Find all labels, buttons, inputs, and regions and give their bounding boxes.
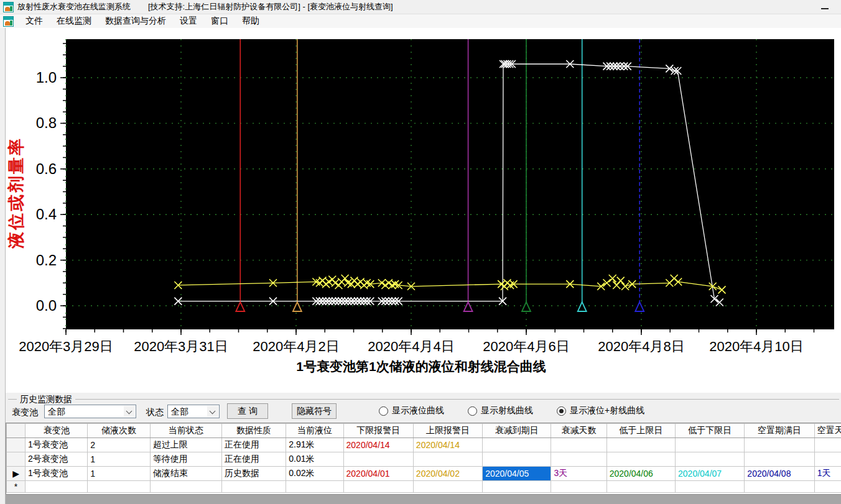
menu-item[interactable]: 设置	[173, 14, 204, 28]
table-cell[interactable]: 1天	[814, 467, 841, 481]
curve-display-radio[interactable]: 显示液位曲线	[379, 405, 444, 416]
status-filter-value: 全部	[171, 406, 188, 418]
column-header[interactable]: 空置天数	[814, 424, 841, 438]
table-cell[interactable]: 2020/04/02	[413, 467, 482, 481]
chevron-down-icon[interactable]	[124, 406, 135, 417]
table-wrap: 衰变池储液次数当前状态数据性质当前液位下限报警日上限报警日衰减到期日衰减天数低于…	[6, 423, 841, 495]
selected-table-cell[interactable]: 2020/04/05	[483, 467, 551, 481]
table-cell[interactable]	[551, 438, 606, 452]
pool-filter-select[interactable]: 全部	[44, 405, 136, 418]
column-header[interactable]: 低于下限日	[676, 424, 745, 438]
column-header[interactable]: 当前液位	[286, 424, 343, 438]
radio-circle-icon[interactable]	[468, 406, 477, 416]
menu-item[interactable]: 窗口	[204, 14, 235, 28]
table-cell[interactable]	[88, 481, 150, 493]
menu-item[interactable]: 文件	[19, 14, 50, 28]
table-cell[interactable]: 2	[88, 438, 150, 452]
table-cell[interactable]: 1号衰变池	[26, 438, 88, 452]
child-window-icon	[3, 16, 14, 27]
column-header[interactable]: 衰减到期日	[483, 424, 551, 438]
groupbox-border	[8, 399, 839, 400]
table-cell[interactable]: 2020/04/06	[606, 467, 675, 481]
menu-item[interactable]: 数据查询与分析	[98, 14, 173, 28]
table-cell[interactable]	[286, 481, 343, 493]
row-indicator-cell[interactable]	[7, 438, 26, 452]
table-cell[interactable]	[413, 481, 482, 493]
table-cell[interactable]	[343, 452, 413, 467]
table-cell[interactable]: 储液结束	[150, 467, 221, 481]
chevron-down-icon[interactable]	[207, 406, 218, 417]
column-header[interactable]: 低于上限日	[606, 424, 675, 438]
radio-circle-icon[interactable]	[557, 406, 566, 416]
table-cell[interactable]	[676, 452, 745, 467]
table-cell[interactable]	[814, 481, 841, 493]
table-cell[interactable]	[745, 452, 814, 467]
table-cell[interactable]	[551, 452, 606, 467]
table-cell[interactable]	[814, 452, 841, 467]
column-header[interactable]: 储液次数	[88, 424, 150, 438]
radio-label: 显示射线曲线	[481, 405, 533, 416]
row-indicator-cell[interactable]	[7, 452, 26, 467]
table-cell[interactable]: 2020/04/14	[343, 438, 413, 452]
table-cell[interactable]	[150, 481, 221, 493]
status-filter-label: 状态	[146, 407, 164, 418]
table-cell[interactable]: 历史数据	[221, 467, 286, 481]
table-cell[interactable]: 2.91米	[286, 438, 343, 452]
table-cell[interactable]: 等待使用	[150, 452, 221, 467]
table-row: 1号衰变池2超过上限正在使用2.91米2020/04/142020/04/14	[7, 438, 841, 452]
column-header[interactable]: 上限报警日	[413, 424, 482, 438]
table-cell[interactable]	[676, 481, 745, 493]
table-cell[interactable]: 3天	[551, 467, 606, 481]
table-cell[interactable]: 1	[88, 452, 150, 467]
table-cell[interactable]	[745, 481, 814, 493]
table-cell[interactable]	[745, 438, 814, 452]
table-cell[interactable]	[221, 481, 286, 493]
table-cell[interactable]	[606, 481, 675, 493]
table-cell[interactable]	[483, 481, 551, 493]
svg-text:2020年4月8日: 2020年4月8日	[598, 339, 684, 354]
table-cell[interactable]: 1	[88, 467, 150, 481]
menu-item[interactable]: 在线监测	[50, 14, 98, 28]
table-cell[interactable]: 超过上限	[150, 438, 221, 452]
table-cell[interactable]: 2020/04/01	[343, 467, 413, 481]
table-cell[interactable]	[343, 481, 413, 493]
column-header[interactable]: 数据性质	[221, 424, 286, 438]
row-indicator-cell[interactable]: ▶	[7, 467, 26, 481]
curve-display-radio[interactable]: 显示液位+射线曲线	[557, 405, 644, 416]
table-cell[interactable]: 2020/04/07	[676, 467, 745, 481]
table-cell[interactable]: 正在使用	[221, 438, 286, 452]
table-cell[interactable]: 1号衰变池	[26, 467, 88, 481]
column-header[interactable]: 当前状态	[150, 424, 221, 438]
svg-text:0.6: 0.6	[36, 160, 57, 177]
row-indicator-header[interactable]	[7, 424, 26, 438]
radio-circle-icon[interactable]	[379, 406, 388, 416]
curve-display-radio[interactable]: 显示射线曲线	[468, 405, 533, 416]
query-button[interactable]: 查 询	[227, 403, 268, 419]
column-header[interactable]: 空置期满日	[745, 424, 814, 438]
table-cell[interactable]	[814, 438, 841, 452]
table-cell[interactable]: 0.02米	[286, 467, 343, 481]
table-cell[interactable]: 2020/04/08	[745, 467, 814, 481]
column-header[interactable]: 衰减天数	[551, 424, 606, 438]
table-cell[interactable]	[483, 452, 551, 467]
table-cell[interactable]	[676, 438, 745, 452]
table-cell[interactable]	[483, 438, 551, 452]
table-cell[interactable]: 0.01米	[286, 452, 343, 467]
column-header[interactable]: 下限报警日	[343, 424, 413, 438]
curve-display-radio-group: 显示液位曲线显示射线曲线显示液位+射线曲线	[379, 405, 668, 416]
table-cell[interactable]	[413, 452, 482, 467]
table-cell[interactable]	[606, 438, 675, 452]
table-cell[interactable]: 正在使用	[221, 452, 286, 467]
hide-symbols-button[interactable]: 隐藏符号	[292, 403, 337, 419]
minimize-icon[interactable]	[820, 2, 830, 11]
row-indicator-cell[interactable]: *	[7, 481, 26, 493]
table-cell[interactable]: 2号衰变池	[26, 452, 88, 467]
table-cell[interactable]	[551, 481, 606, 493]
column-header[interactable]: 衰变池	[26, 424, 88, 438]
table-cell[interactable]: 2020/04/14	[413, 438, 482, 452]
radio-label: 显示液位+射线曲线	[570, 405, 644, 416]
table-cell[interactable]	[26, 481, 88, 493]
status-filter-select[interactable]: 全部	[167, 405, 220, 418]
table-cell[interactable]	[606, 452, 675, 467]
menu-item[interactable]: 帮助	[235, 14, 266, 28]
